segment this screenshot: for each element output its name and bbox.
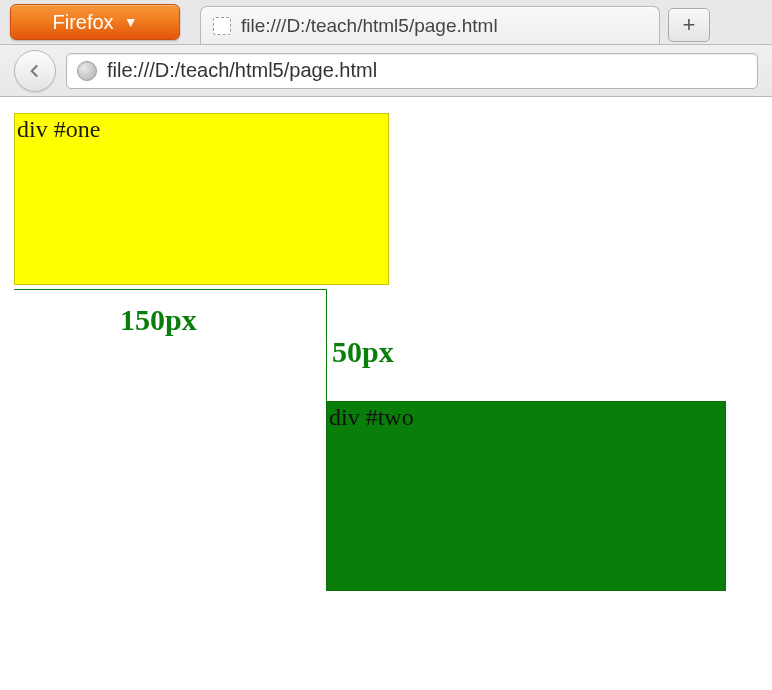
tab-strip-row: Firefox ▼ file:///D:/teach/html5/page.ht… — [0, 0, 772, 45]
guide-line-horizontal — [14, 289, 326, 290]
arrow-left-icon — [25, 61, 45, 81]
div-two-label: div #two — [329, 404, 414, 430]
firefox-menu-button[interactable]: Firefox ▼ — [10, 4, 180, 40]
plus-icon: + — [683, 12, 696, 38]
measurement-label-horizontal: 150px — [120, 303, 197, 337]
tab-title: file:///D:/teach/html5/page.html — [241, 15, 498, 37]
new-tab-button[interactable]: + — [668, 8, 710, 42]
tab-active[interactable]: file:///D:/teach/html5/page.html — [200, 6, 660, 44]
tab-strip: file:///D:/teach/html5/page.html + — [200, 4, 772, 44]
div-two-box: div #two — [326, 401, 726, 591]
firefox-menu-label: Firefox — [53, 11, 114, 34]
nav-toolbar: file:///D:/teach/html5/page.html — [0, 45, 772, 97]
div-one-box: div #one — [14, 113, 389, 285]
back-button[interactable] — [14, 50, 56, 92]
measurement-label-vertical: 50px — [332, 335, 394, 369]
globe-icon — [77, 61, 97, 81]
url-bar[interactable]: file:///D:/teach/html5/page.html — [66, 53, 758, 89]
div-one-label: div #one — [17, 116, 100, 142]
document-icon — [213, 17, 231, 35]
chevron-down-icon: ▼ — [124, 14, 138, 30]
guide-line-vertical — [326, 289, 327, 401]
page-viewport: div #one 150px 50px div #two — [0, 97, 772, 690]
url-text: file:///D:/teach/html5/page.html — [107, 59, 377, 82]
